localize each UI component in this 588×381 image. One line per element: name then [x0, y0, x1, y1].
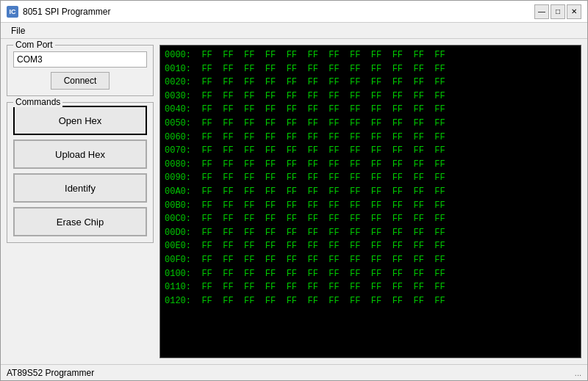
maximize-button[interactable]: □	[551, 4, 565, 19]
open-hex-button[interactable]: Open Hex	[13, 106, 147, 135]
title-bar-left: IC 8051 SPI Programmer	[7, 6, 110, 18]
minimize-button[interactable]: —	[534, 4, 549, 19]
com-port-group: Com Port COM1 COM2 COM3 COM4 Connect	[7, 45, 154, 96]
connect-button[interactable]: Connect	[51, 72, 110, 90]
window-title: 8051 SPI Programmer	[23, 7, 110, 17]
hex-line: 00D0: FF FF FF FF FF FF FF FF FF FF FF F…	[165, 226, 576, 240]
com-select-row: COM1 COM2 COM3 COM4	[13, 51, 147, 68]
erase-chip-button[interactable]: Erase Chip	[13, 207, 147, 236]
hex-line: 00C0: FF FF FF FF FF FF FF FF FF FF FF F…	[165, 212, 576, 226]
hex-line: 0090: FF FF FF FF FF FF FF FF FF FF FF F…	[165, 171, 576, 185]
hex-line: 00F0: FF FF FF FF FF FF FF FF FF FF FF F…	[165, 253, 576, 267]
hex-line: 0120: FF FF FF FF FF FF FF FF FF FF FF F…	[165, 294, 576, 308]
commands-group: Commands Open Hex Upload Hex Identify Er…	[7, 102, 154, 243]
hex-line: 0050: FF FF FF FF FF FF FF FF FF FF FF F…	[165, 117, 576, 131]
hex-line: 00B0: FF FF FF FF FF FF FF FF FF FF FF F…	[165, 199, 576, 213]
left-panel: Com Port COM1 COM2 COM3 COM4 Connect Com…	[7, 45, 154, 358]
hex-line: 0010: FF FF FF FF FF FF FF FF FF FF FF F…	[165, 62, 576, 76]
hex-line: 0060: FF FF FF FF FF FF FF FF FF FF FF F…	[165, 131, 576, 145]
identify-button[interactable]: Identify	[13, 173, 147, 203]
app-icon: IC	[7, 6, 18, 18]
status-right: ...	[575, 369, 581, 377]
hex-line: 0030: FF FF FF FF FF FF FF FF FF FF FF F…	[165, 90, 576, 104]
close-button[interactable]: ✕	[567, 4, 581, 19]
hex-line: 0100: FF FF FF FF FF FF FF FF FF FF FF F…	[165, 267, 576, 281]
status-bar: AT89S52 Programmer ...	[1, 364, 587, 380]
com-port-select[interactable]: COM1 COM2 COM3 COM4	[13, 51, 147, 68]
file-menu[interactable]: File	[7, 24, 29, 37]
title-bar: IC 8051 SPI Programmer — □ ✕	[1, 1, 587, 23]
upload-hex-button[interactable]: Upload Hex	[13, 139, 147, 169]
hex-line: 0020: FF FF FF FF FF FF FF FF FF FF FF F…	[165, 76, 576, 90]
title-controls: — □ ✕	[534, 4, 581, 19]
hex-line: 0080: FF FF FF FF FF FF FF FF FF FF FF F…	[165, 158, 576, 172]
main-content: Com Port COM1 COM2 COM3 COM4 Connect Com…	[1, 39, 587, 364]
hex-line: 0040: FF FF FF FF FF FF FF FF FF FF FF F…	[165, 103, 576, 117]
com-port-label: Com Port	[13, 40, 55, 50]
hex-line: 0000: FF FF FF FF FF FF FF FF FF FF FF F…	[165, 48, 576, 62]
menu-bar: File	[1, 23, 587, 39]
hex-line: 0070: FF FF FF FF FF FF FF FF FF FF FF F…	[165, 144, 576, 158]
hex-line: 0110: FF FF FF FF FF FF FF FF FF FF FF F…	[165, 280, 576, 294]
hex-line: 00E0: FF FF FF FF FF FF FF FF FF FF FF F…	[165, 239, 576, 253]
status-text: AT89S52 Programmer	[7, 368, 575, 378]
hex-display[interactable]: 0000: FF FF FF FF FF FF FF FF FF FF FF F…	[159, 45, 581, 358]
hex-line: 00A0: FF FF FF FF FF FF FF FF FF FF FF F…	[165, 185, 576, 199]
commands-label: Commands	[13, 97, 62, 107]
main-window: IC 8051 SPI Programmer — □ ✕ File Com Po…	[0, 0, 588, 381]
